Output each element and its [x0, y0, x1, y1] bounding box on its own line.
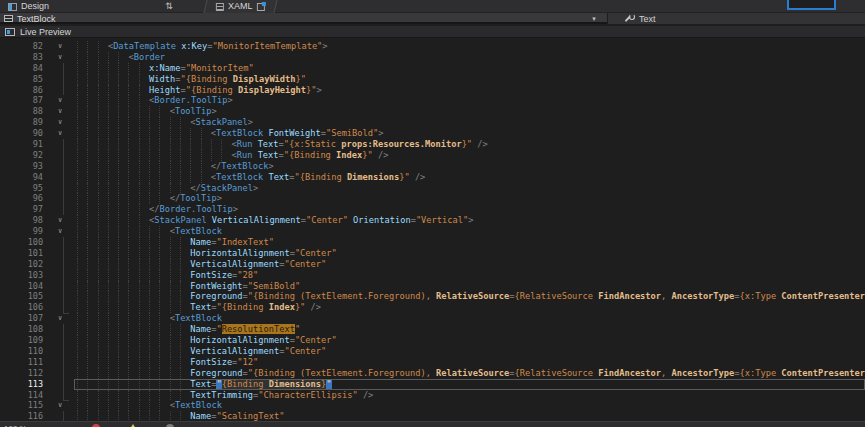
code-line[interactable]: 115<TextBlock: [0, 400, 865, 411]
code-line[interactable]: 99<TextBlock: [0, 226, 865, 237]
line-number[interactable]: 88: [0, 106, 46, 117]
code-line[interactable]: 96</ToolTip>: [0, 193, 865, 204]
code-line[interactable]: 111FontSize="12": [0, 357, 865, 368]
line-number[interactable]: 89: [0, 117, 46, 128]
popout-icon[interactable]: [257, 3, 265, 11]
code-line[interactable]: 107<TextBlock: [0, 313, 865, 324]
fold-chevron-icon[interactable]: [46, 128, 74, 139]
code-line[interactable]: 114TextTrimming="CharacterEllipsis" />: [0, 390, 865, 401]
code-line[interactable]: 97</Border.ToolTip>: [0, 204, 865, 215]
line-number[interactable]: 101: [0, 248, 46, 259]
fold-chevron-icon[interactable]: [46, 400, 74, 411]
line-number[interactable]: 114: [0, 390, 46, 401]
fold-chevron-icon[interactable]: [46, 215, 74, 226]
code-line[interactable]: 89<StackPanel>: [0, 117, 865, 128]
code-line[interactable]: 105Foreground="{Binding (TextElement.For…: [0, 291, 865, 302]
code-line[interactable]: 92<Run Text="{Binding Index}" />: [0, 150, 865, 161]
line-number[interactable]: 116: [0, 411, 46, 421]
indent-guide: [159, 106, 169, 117]
swap-panes-button[interactable]: ⇅: [162, 0, 176, 13]
line-number[interactable]: 113: [0, 379, 46, 390]
line-number[interactable]: 104: [0, 281, 46, 292]
line-number[interactable]: 97: [0, 204, 46, 215]
code-line[interactable]: 84x:Name="MonitorItem": [0, 63, 865, 74]
token: "{Binding: [180, 74, 232, 84]
line-number[interactable]: 96: [0, 193, 46, 204]
line-number[interactable]: 84: [0, 63, 46, 74]
line-number[interactable]: 102: [0, 259, 46, 270]
code-line[interactable]: 94<TextBlock Text="{Binding Dimensions}"…: [0, 172, 865, 183]
code-line[interactable]: 110VerticalAlignment="Center": [0, 346, 865, 357]
indent-guide: [139, 74, 149, 85]
line-number[interactable]: 106: [0, 302, 46, 313]
line-number[interactable]: 85: [0, 74, 46, 85]
line-number[interactable]: 95: [0, 183, 46, 194]
property-search-box[interactable]: Text: [607, 13, 865, 24]
indent-guide: [180, 357, 190, 368]
line-number[interactable]: 86: [0, 85, 46, 96]
code-line[interactable]: 93</TextBlock>: [0, 161, 865, 172]
code-line[interactable]: 95</StackPanel>: [0, 183, 865, 194]
line-number[interactable]: 87: [0, 95, 46, 106]
line-number[interactable]: 107: [0, 313, 46, 324]
code-line[interactable]: 101HorizontalAlignment="Center": [0, 248, 865, 259]
line-number[interactable]: 83: [0, 52, 46, 63]
code-line[interactable]: 116Name="ScalingText": [0, 411, 865, 421]
line-number[interactable]: 115: [0, 400, 46, 411]
fold-chevron-icon[interactable]: [46, 52, 74, 63]
line-number[interactable]: 105: [0, 291, 46, 302]
focused-control[interactable]: [787, 0, 836, 10]
code-line[interactable]: 98<StackPanel VerticalAlignment="Center"…: [0, 215, 865, 226]
line-number[interactable]: 109: [0, 335, 46, 346]
line-number[interactable]: 103: [0, 270, 46, 281]
fold-chevron-icon[interactable]: [46, 41, 74, 52]
fold-chevron-icon[interactable]: [46, 313, 74, 324]
code-line[interactable]: 113Text="{Binding Dimensions}": [0, 379, 865, 390]
breadcrumb[interactable]: TextBlock: [4, 13, 56, 24]
line-number[interactable]: 82: [0, 41, 46, 52]
indent-guide: [180, 379, 190, 390]
line-number[interactable]: 94: [0, 172, 46, 183]
indent-guide: [149, 193, 159, 204]
line-number[interactable]: 93: [0, 161, 46, 172]
line-number[interactable]: 98: [0, 215, 46, 226]
code-line[interactable]: 106Text="{Binding Index}" />: [0, 302, 865, 313]
line-number[interactable]: 112: [0, 368, 46, 379]
fold-chevron-icon[interactable]: [46, 95, 74, 106]
line-number[interactable]: 108: [0, 324, 46, 335]
line-number[interactable]: 110: [0, 346, 46, 357]
code-line[interactable]: 108Name="ResolutionText": [0, 324, 865, 335]
indent-guide: [118, 106, 128, 117]
code-line[interactable]: 90<TextBlock FontWeight="SemiBold">: [0, 128, 865, 139]
code-line[interactable]: 103FontSize="28": [0, 270, 865, 281]
code-line[interactable]: 86Height="{Binding DisplayHeight}">: [0, 85, 865, 96]
indent-guide: [118, 226, 128, 237]
code-line[interactable]: 87<Border.ToolTip>: [0, 95, 865, 106]
fold-chevron-icon[interactable]: [46, 226, 74, 237]
code-line[interactable]: 104FontWeight="SemiBold": [0, 281, 865, 292]
code-line[interactable]: 102VerticalAlignment="Center": [0, 259, 865, 270]
code-area[interactable]: 82<DataTemplate x:Key="MonitorItemTempla…: [0, 38, 865, 421]
code-line[interactable]: 83<Border: [0, 52, 865, 63]
code-line[interactable]: 91<Run Text="{x:Static props:Resources.M…: [0, 139, 865, 150]
code-line[interactable]: 82<DataTemplate x:Key="MonitorItemTempla…: [0, 41, 865, 52]
fold-chevron-icon[interactable]: [46, 106, 74, 117]
line-number[interactable]: 90: [0, 128, 46, 139]
line-number[interactable]: 111: [0, 357, 46, 368]
line-number[interactable]: 100: [0, 237, 46, 248]
code-line[interactable]: 88<ToolTip>: [0, 106, 865, 117]
line-number[interactable]: 99: [0, 226, 46, 237]
design-tab[interactable]: Design: [8, 0, 49, 13]
line-number[interactable]: 92: [0, 150, 46, 161]
code-line[interactable]: 112Foreground="{Binding (TextElement.For…: [0, 368, 865, 379]
xaml-tab[interactable]: XAML: [203, 0, 277, 13]
code-text: Name="ResolutionText": [74, 324, 865, 335]
indent-guide: [149, 324, 159, 335]
live-preview-bar[interactable]: Live Preview: [0, 26, 865, 38]
line-number[interactable]: 91: [0, 139, 46, 150]
code-line[interactable]: 109HorizontalAlignment="Center": [0, 335, 865, 346]
breadcrumb-dropdown[interactable]: ▾: [589, 13, 599, 24]
code-line[interactable]: 85Width="{Binding DisplayWidth}": [0, 74, 865, 85]
code-line[interactable]: 100Name="IndexText": [0, 237, 865, 248]
fold-chevron-icon[interactable]: [46, 117, 74, 128]
